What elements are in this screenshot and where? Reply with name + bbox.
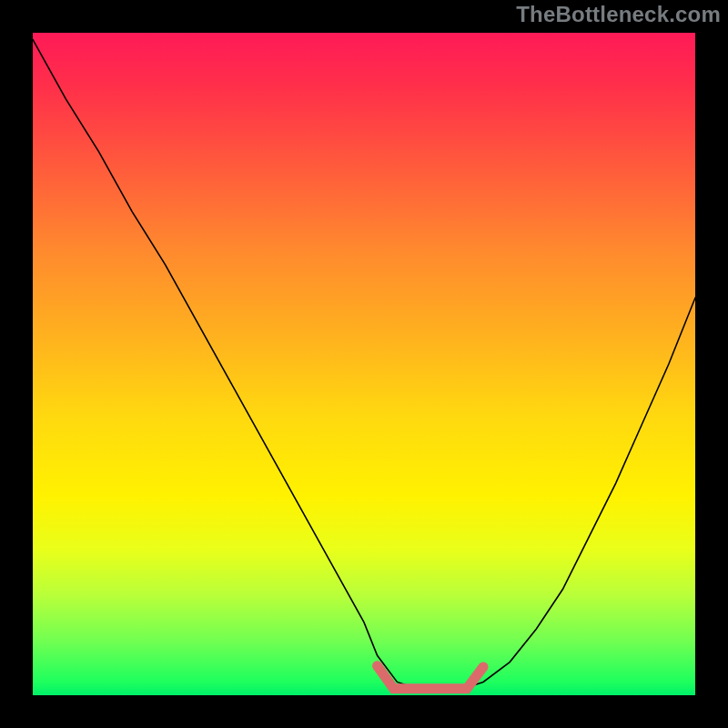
bottleneck-curve-line [33, 39, 695, 688]
bottleneck-curve-svg [33, 33, 695, 695]
plot-area [33, 33, 695, 695]
watermark-text: TheBottleneck.com [516, 2, 721, 27]
chart-frame: TheBottleneck.com [0, 0, 728, 728]
